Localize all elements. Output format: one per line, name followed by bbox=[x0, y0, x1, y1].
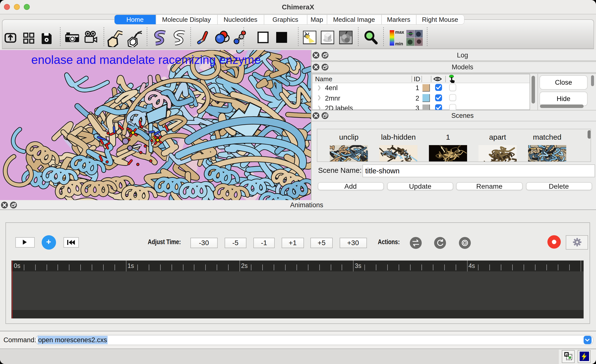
svg-text:Log: Log bbox=[457, 52, 468, 59]
svg-text:max: max bbox=[395, 30, 404, 35]
svg-text:Models: Models bbox=[451, 63, 473, 71]
svg-text:Scenes: Scenes bbox=[451, 112, 473, 119]
svg-text:enolase and mandelate racemizi: enolase and mandelate racemizing enzyme bbox=[31, 53, 261, 66]
svg-text:Animations: Animations bbox=[290, 201, 323, 208]
svg-text:min: min bbox=[395, 41, 403, 46]
